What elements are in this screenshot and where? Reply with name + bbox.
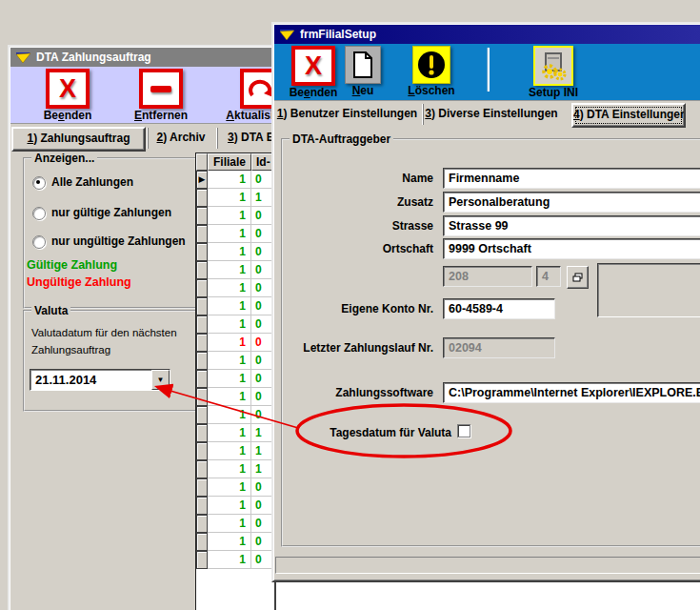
cell-filiale[interactable]: 1: [208, 388, 251, 406]
table-row[interactable]: 10: [196, 334, 276, 352]
strasse-field[interactable]: Strasse 99: [443, 215, 700, 236]
header-filiale[interactable]: Filiale: [208, 153, 251, 171]
cell-filiale[interactable]: 1: [208, 424, 251, 442]
table-row[interactable]: 10: [196, 370, 276, 388]
cell-filiale[interactable]: 1: [208, 189, 251, 207]
cell-filiale[interactable]: 1: [208, 370, 251, 388]
table-row[interactable]: 10: [196, 497, 276, 515]
row-selector[interactable]: [196, 406, 208, 424]
cell-filiale[interactable]: 1: [208, 515, 251, 533]
table-row[interactable]: 10: [196, 207, 276, 225]
table-row[interactable]: 11: [196, 189, 276, 207]
tab-benutzer-einstellungen[interactable]: 1) Benutzer Einstellungen: [274, 104, 420, 125]
cell-filiale[interactable]: 1: [208, 225, 251, 243]
cell-filiale[interactable]: 1: [208, 243, 251, 261]
row-selector[interactable]: [196, 334, 208, 352]
konto-field[interactable]: 60-4589-4: [443, 298, 555, 319]
cell-filiale[interactable]: 1: [208, 279, 251, 297]
ortschaft-field[interactable]: 9999 Ortschaft: [443, 238, 700, 259]
table-row[interactable]: 10: [196, 406, 276, 424]
cell-filiale[interactable]: 1: [208, 261, 251, 279]
row-selector[interactable]: [196, 315, 208, 334]
cell-filiale[interactable]: 1: [208, 442, 251, 460]
table-row[interactable]: ▶10: [196, 171, 276, 189]
tab-zahlungsauftrag[interactable]: 1) Zahlungsauftrag: [11, 127, 146, 152]
cell-filiale[interactable]: 1: [208, 460, 251, 478]
table-row[interactable]: 10: [196, 315, 276, 334]
radio-gueltige-zahlungen-label[interactable]: nur gültige Zahlungen: [51, 206, 171, 219]
table-row[interactable]: 10: [196, 297, 276, 315]
table-row[interactable]: 10: [196, 225, 276, 243]
zahlungssoftware-field[interactable]: C:\Programme\Internet Explorer\IEXPLORE.…: [443, 382, 700, 403]
row-selector[interactable]: [196, 297, 208, 315]
zusatz-field[interactable]: Personalberatung: [443, 192, 700, 213]
beenden-button[interactable]: X Beenden: [280, 46, 347, 99]
cell-filiale[interactable]: 1: [208, 352, 251, 370]
row-selector[interactable]: [196, 225, 208, 243]
radio-ungueltige-zahlungen-label[interactable]: nur ungültige Zahlungen: [51, 234, 186, 248]
dropdown-arrow-icon[interactable]: ▼: [151, 370, 170, 390]
row-selector[interactable]: [196, 388, 208, 406]
entfernen-button[interactable]: Entfernen: [121, 69, 201, 122]
cell-filiale[interactable]: 1: [208, 478, 251, 497]
table-row[interactable]: 11: [196, 460, 276, 478]
radio-alle-zahlungen[interactable]: [32, 176, 46, 190]
cell-filiale[interactable]: 1: [208, 533, 251, 551]
titlebar-payment[interactable]: DTA Zahlungsauftrag: [10, 48, 273, 67]
row-selector[interactable]: [196, 533, 208, 551]
table-row[interactable]: 10: [196, 533, 276, 551]
neu-button[interactable]: Neu: [339, 46, 387, 99]
table-row[interactable]: 10: [196, 261, 276, 279]
tab-archiv[interactable]: 2) Archiv: [148, 128, 213, 149]
table-row[interactable]: 11: [196, 424, 276, 442]
window-dta-zahlungsauftrag[interactable]: DTA Zahlungsauftrag X Beenden Entfernen …: [8, 45, 276, 610]
tab-diverse-einstellungen[interactable]: 3) Diverse Einstellungen: [423, 104, 559, 125]
tagesdatum-checkbox[interactable]: [457, 424, 470, 437]
row-selector[interactable]: [196, 551, 208, 569]
table-row[interactable]: 10: [196, 515, 276, 533]
row-selector[interactable]: [196, 243, 208, 261]
row-selector[interactable]: [196, 424, 208, 442]
valuta-date-combobox[interactable]: 21.11.2014 ▼: [30, 369, 170, 391]
table-row[interactable]: 10: [196, 388, 276, 406]
table-row[interactable]: 10: [196, 279, 276, 297]
cell-filiale[interactable]: 1: [208, 497, 251, 515]
window-frmfilialsetup[interactable]: frmFilialSetup X Beenden Neu: [271, 22, 700, 582]
tab-dta-einstellungen-left[interactable]: 3) DTA Einstellungen: [217, 128, 276, 149]
row-selector[interactable]: [196, 279, 208, 297]
radio-ungueltige-zahlungen[interactable]: [32, 235, 46, 249]
table-row[interactable]: 11: [196, 442, 276, 460]
cell-filiale[interactable]: 1: [208, 406, 251, 424]
row-selector[interactable]: [196, 370, 208, 388]
name-field[interactable]: Firmenname: [443, 168, 700, 189]
row-selector[interactable]: [196, 352, 208, 370]
table-row[interactable]: 10: [196, 551, 276, 569]
radio-alle-zahlungen-label[interactable]: Alle Zahlungen: [51, 175, 133, 189]
loeschen-button[interactable]: Löschen: [402, 46, 461, 99]
table-row[interactable]: 10: [196, 352, 276, 370]
table-row[interactable]: 10: [196, 478, 276, 497]
cell-filiale[interactable]: 1: [208, 334, 251, 352]
bank-lookup-button[interactable]: [567, 266, 589, 289]
row-selector[interactable]: ▶: [196, 171, 208, 189]
table-row[interactable]: 10: [196, 243, 276, 261]
cell-filiale[interactable]: 1: [208, 297, 251, 315]
cell-filiale[interactable]: 1: [208, 207, 251, 225]
row-selector[interactable]: [196, 515, 208, 533]
row-selector[interactable]: [196, 189, 208, 207]
cell-filiale[interactable]: 1: [208, 171, 251, 189]
row-selector[interactable]: [196, 460, 208, 478]
row-selector[interactable]: [196, 442, 208, 460]
titlebar-setup[interactable]: frmFilialSetup: [274, 25, 700, 44]
payments-table[interactable]: Filiale Id- ▶101110101010101010101010101…: [195, 152, 276, 610]
radio-gueltige-zahlungen[interactable]: [32, 207, 46, 220]
row-selector[interactable]: [196, 497, 208, 515]
cell-filiale[interactable]: 1: [208, 551, 251, 569]
tab-dta-einstellungen[interactable]: 4) DTA Einstellungen: [571, 103, 686, 128]
setup-ini-button[interactable]: Setup INI: [510, 46, 596, 99]
cell-filiale[interactable]: 1: [208, 315, 251, 334]
beenden-button[interactable]: X Beenden: [28, 69, 108, 122]
row-selector[interactable]: [196, 261, 208, 279]
row-selector[interactable]: [196, 207, 208, 225]
row-selector[interactable]: [196, 478, 208, 497]
